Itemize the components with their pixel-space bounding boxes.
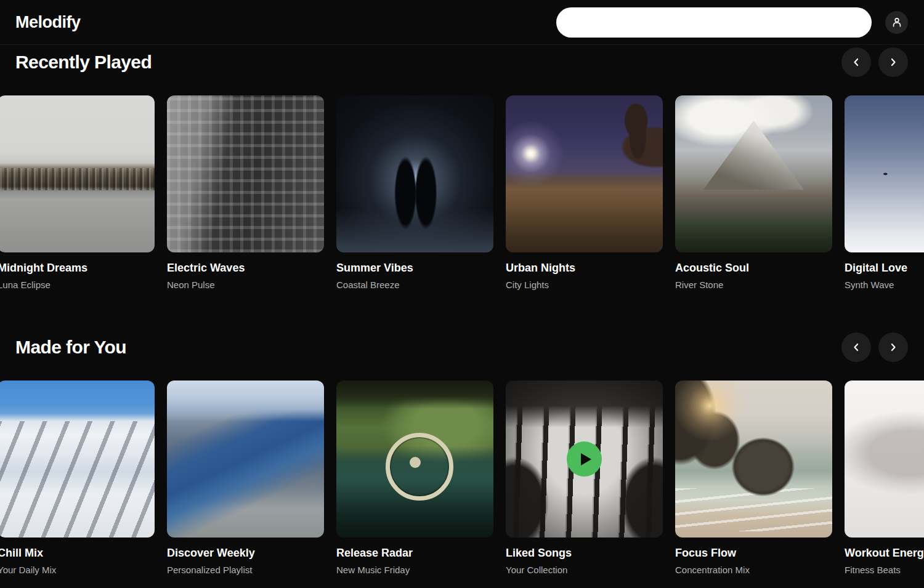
card-title: Digital Love [845, 262, 924, 275]
section-title: Made for You [15, 337, 126, 358]
card-title: Summer Vibes [336, 262, 493, 275]
card-subtitle: Your Collection [506, 565, 663, 575]
album-art [845, 381, 924, 538]
app-logo: Melodify [15, 13, 81, 32]
album-art [0, 95, 155, 252]
section-made-for-you: Made for You Chill Mix Your Daily Mix [0, 332, 924, 575]
playlist-card[interactable]: Liked Songs Your Collection [506, 381, 663, 575]
card-subtitle: Fitness Beats [845, 565, 924, 575]
album-art [0, 381, 155, 538]
card-title: Midnight Dreams [0, 262, 155, 275]
playlist-card[interactable]: Acoustic Soul River Stone [675, 95, 832, 290]
card-subtitle: Synth Wave [845, 280, 924, 290]
card-title: Acoustic Soul [675, 262, 832, 275]
profile-button[interactable] [885, 11, 908, 34]
card-subtitle: Concentration Mix [675, 565, 832, 575]
album-art [167, 381, 324, 538]
playlist-card[interactable]: Focus Flow Concentration Mix [675, 381, 832, 575]
carousel-nav [841, 332, 908, 362]
card-subtitle: City Lights [506, 280, 663, 290]
card-title: Discover Weekly [167, 547, 324, 560]
search-input[interactable] [556, 7, 872, 38]
card-subtitle: Personalized Playlist [167, 565, 324, 575]
card-row[interactable]: Chill Mix Your Daily Mix Discover Weekly… [0, 381, 924, 575]
card-row[interactable]: Midnight Dreams Luna Eclipse Electric Wa… [0, 95, 924, 290]
main-content: Recently Played Midnight Dreams Luna E [0, 47, 924, 575]
chevron-left-icon [850, 56, 862, 68]
card-title: Release Radar [336, 547, 493, 560]
album-art [506, 95, 663, 252]
card-subtitle: Coastal Breeze [336, 280, 493, 290]
playlist-card[interactable]: Summer Vibes Coastal Breeze [336, 95, 493, 290]
album-art [336, 381, 493, 538]
card-subtitle: Your Daily Mix [0, 565, 155, 575]
album-art [167, 95, 324, 252]
playlist-card[interactable]: Release Radar New Music Friday [336, 381, 493, 575]
carousel-prev-button[interactable] [841, 47, 871, 77]
card-title: Urban Nights [506, 262, 663, 275]
chevron-right-icon [887, 56, 899, 68]
album-art [675, 95, 832, 252]
album-art [845, 95, 924, 252]
playlist-card[interactable]: Digital Love Synth Wave [845, 95, 924, 290]
card-title: Electric Waves [167, 262, 324, 275]
album-art [675, 381, 832, 538]
card-title: Workout Energy [845, 547, 924, 560]
section-header: Made for You [0, 332, 924, 362]
playlist-card[interactable]: Workout Energy Fitness Beats [845, 381, 924, 575]
playlist-card[interactable]: Midnight Dreams Luna Eclipse [0, 95, 155, 290]
card-subtitle: Luna Eclipse [0, 280, 155, 290]
playlist-card[interactable]: Electric Waves Neon Pulse [167, 95, 324, 290]
section-title: Recently Played [15, 52, 152, 73]
chevron-right-icon [887, 341, 899, 353]
play-button[interactable] [567, 441, 602, 477]
chevron-left-icon [850, 341, 862, 353]
section-recently-played: Recently Played Midnight Dreams Luna E [0, 47, 924, 290]
carousel-nav [841, 47, 908, 77]
section-header: Recently Played [0, 47, 924, 77]
card-subtitle: River Stone [675, 280, 832, 290]
playlist-card[interactable]: Chill Mix Your Daily Mix [0, 381, 155, 575]
carousel-next-button[interactable] [878, 47, 908, 77]
top-bar: Melodify [0, 0, 924, 45]
album-art [506, 381, 663, 538]
card-title: Liked Songs [506, 547, 663, 560]
playlist-card[interactable]: Urban Nights City Lights [506, 95, 663, 290]
card-title: Chill Mix [0, 547, 155, 560]
album-art [336, 95, 493, 252]
card-subtitle: New Music Friday [336, 565, 493, 575]
card-title: Focus Flow [675, 547, 832, 560]
play-icon [581, 453, 591, 465]
playlist-card[interactable]: Discover Weekly Personalized Playlist [167, 381, 324, 575]
card-subtitle: Neon Pulse [167, 280, 324, 290]
carousel-prev-button[interactable] [841, 332, 871, 362]
carousel-next-button[interactable] [878, 332, 908, 362]
user-icon [891, 16, 903, 28]
